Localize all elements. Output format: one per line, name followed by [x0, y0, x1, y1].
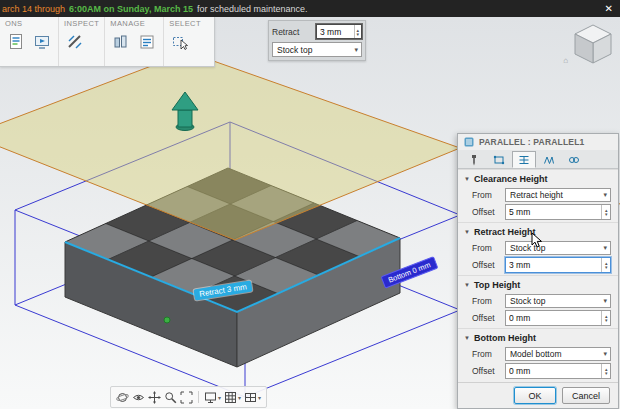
offset-label: Offset	[472, 207, 500, 217]
chevron-down-icon: ▾	[603, 244, 607, 252]
ribbon-group-manage: MANAGE	[105, 17, 164, 66]
section-header[interactable]: ▼ Bottom Height	[458, 328, 618, 345]
fusion-app-window: Retract 3 mm Bottom 0 mm arch 14 through…	[0, 0, 620, 409]
retract-height-section: ▼ Retract Height From Stock top ▾ Offset…	[458, 222, 618, 275]
machine-simulation-icon[interactable]	[31, 30, 53, 54]
chevron-down-icon: ▾	[218, 394, 221, 401]
g-code-document-icon[interactable]	[5, 30, 27, 54]
ok-button[interactable]: OK	[514, 387, 556, 404]
dialog-tabs	[458, 150, 618, 169]
tool-tab[interactable]	[462, 151, 486, 168]
top-offset-input[interactable]	[506, 311, 601, 325]
tool-library-icon[interactable]	[110, 30, 132, 54]
origin-point-marker[interactable]	[164, 317, 170, 323]
chevron-down-icon: ▾	[603, 297, 607, 305]
spinner-down-icon[interactable]: ▾	[357, 32, 360, 36]
dialog-header[interactable]: PARALLEL : PARALLEL1	[458, 134, 618, 150]
top-height-section: ▼ Top Height From Stock top ▾ Offset ▴ ▾	[458, 275, 618, 328]
section-header[interactable]: ▼ Clearance Height	[458, 169, 618, 186]
bottom-offset-input[interactable]	[506, 364, 601, 378]
retract-value-input[interactable]	[317, 25, 354, 38]
navigation-toolbar: ▾ ▾ ▾	[110, 386, 267, 408]
look-at-icon[interactable]	[132, 391, 145, 404]
from-label: From	[472, 190, 500, 200]
chevron-down-icon: ▾	[238, 394, 241, 401]
retract-label: Retract	[272, 27, 312, 37]
parallel-operation-dialog: PARALLEL : PARALLEL1 ▼ Clearance Height	[457, 133, 619, 409]
cancel-button[interactable]: Cancel	[562, 387, 610, 404]
dropdown-value: Retract height	[510, 190, 563, 200]
passes-tab[interactable]	[537, 151, 561, 168]
spinner-down-icon[interactable]: ▾	[605, 371, 608, 375]
bottom-offset-spinner[interactable]: ▴ ▾	[505, 363, 611, 379]
spinner-down-icon[interactable]: ▾	[605, 265, 608, 269]
offset-label: Offset	[472, 366, 500, 376]
spinner-down-icon[interactable]: ▾	[605, 318, 608, 322]
measure-icon[interactable]	[64, 30, 86, 54]
offset-label: Offset	[472, 260, 500, 270]
ribbon-group-select: SELECT	[164, 17, 206, 66]
section-title: Retract Height	[474, 227, 536, 237]
ribbon-group-label: MANAGE	[110, 19, 158, 28]
stock-top-plane[interactable]	[0, 52, 460, 240]
ribbon-group-label: ONS	[5, 19, 53, 28]
from-label: From	[472, 349, 500, 359]
collapse-caret-icon: ▼	[464, 335, 470, 341]
geometry-tab[interactable]	[487, 151, 511, 168]
close-icon[interactable]: ✕	[598, 3, 620, 14]
spinner-down-icon[interactable]: ▾	[605, 212, 608, 216]
ribbon-toolbar: ONS	[0, 17, 215, 67]
retract-value-spinner[interactable]: ▴ ▾	[316, 24, 362, 39]
dropdown-value: Model bottom	[510, 349, 562, 359]
chevron-down-icon: ▾	[603, 191, 607, 199]
maintenance-date-text: arch 14 through	[2, 4, 65, 14]
chevron-down-icon: ▾	[258, 394, 261, 401]
offset-label: Offset	[472, 313, 500, 323]
top-offset-spinner[interactable]: ▴ ▾	[505, 310, 611, 326]
heights-tab[interactable]	[512, 151, 536, 168]
zoom-icon[interactable]	[164, 391, 177, 404]
collapse-caret-icon: ▼	[464, 282, 470, 288]
orbit-icon[interactable]	[116, 391, 129, 404]
top-from-dropdown[interactable]: Stock top ▾	[505, 294, 611, 308]
view-cube[interactable]	[569, 20, 617, 70]
home-view-icon[interactable]: ⌂	[563, 56, 568, 65]
pan-icon[interactable]	[148, 391, 161, 404]
section-title: Top Height	[474, 280, 520, 290]
stock-reference-dropdown[interactable]: Stock top ▾	[272, 42, 362, 57]
retract-offset-input[interactable]	[506, 258, 601, 272]
bottom-from-dropdown[interactable]: Model bottom ▾	[505, 347, 611, 361]
dialog-title: PARALLEL : PARALLEL1	[479, 137, 585, 147]
clearance-offset-spinner[interactable]: ▴ ▾	[505, 204, 611, 220]
ribbon-group-inspect: INSPECT	[59, 17, 105, 66]
retract-offset-spinner[interactable]: ▴ ▾	[505, 257, 611, 273]
ribbon-group-label: INSPECT	[64, 19, 99, 28]
fit-icon[interactable]	[180, 391, 193, 404]
section-title: Clearance Height	[474, 174, 548, 184]
chevron-down-icon: ▾	[354, 46, 358, 54]
stock-reference-value: Stock top	[277, 45, 312, 55]
dialog-footer: OK Cancel	[458, 382, 618, 408]
clearance-from-dropdown[interactable]: Retract height ▾	[505, 188, 611, 202]
section-title: Bottom Height	[474, 333, 536, 343]
ribbon-group-actions: ONS	[0, 17, 59, 66]
dropdown-value: Stock top	[510, 243, 545, 253]
task-manager-icon[interactable]	[136, 30, 158, 54]
maintenance-message-text: for scheduled maintenance.	[197, 4, 308, 14]
collapse-caret-icon: ▼	[464, 176, 470, 182]
section-header[interactable]: ▼ Top Height	[458, 275, 618, 292]
grid-settings-icon[interactable]: ▾	[224, 391, 241, 404]
collapse-caret-icon: ▼	[464, 229, 470, 235]
display-settings-icon[interactable]: ▾	[204, 391, 221, 404]
section-header[interactable]: ▼ Retract Height	[458, 222, 618, 239]
retract-from-dropdown[interactable]: Stock top ▾	[505, 241, 611, 255]
viewports-icon[interactable]: ▾	[244, 391, 261, 404]
linking-tab[interactable]	[562, 151, 586, 168]
maintenance-time-text: 6:00AM on Sunday, March 15	[69, 4, 193, 14]
clearance-offset-input[interactable]	[506, 205, 601, 219]
parallel-operation-icon	[464, 137, 474, 147]
retract-mini-palette: Retract ▴ ▾ Stock top ▾	[268, 20, 366, 61]
toolbar-divider	[198, 391, 199, 403]
window-selection-icon[interactable]	[169, 30, 191, 54]
chevron-down-icon: ▾	[603, 350, 607, 358]
